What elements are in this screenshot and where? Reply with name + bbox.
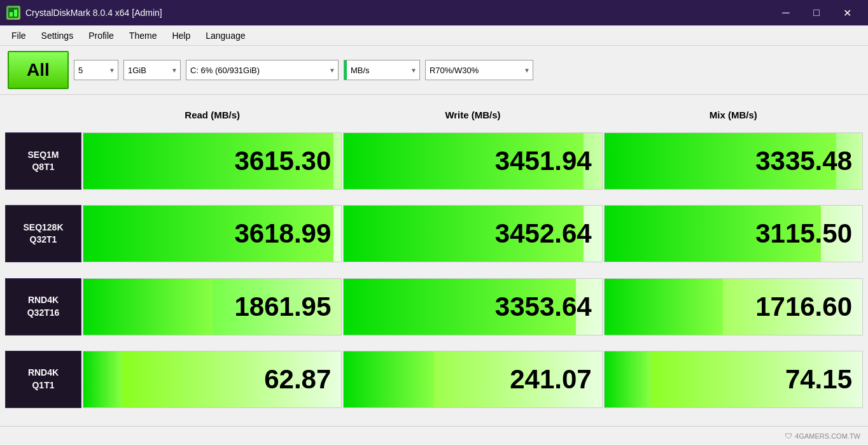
drive-select[interactable]: C: 6% (60/931GiB) [190,66,273,75]
row-label-1: SEQ128K Q32T1 [5,205,81,262]
rwmix-select[interactable]: R70%/W30% R50%/W50% R30%/W70% [430,66,492,75]
title-bar: CrystalDiskMark 8.0.4 x64 [Admin] ─ □ ✕ [0,0,868,25]
header-mix: Mix (MB/s) [604,99,863,131]
watermark-icon: 🛡 [785,432,792,441]
row-2-mix: 1716.60 [604,278,863,336]
row-label-2: RND4K Q32T16 [5,278,81,336]
row-label-0: SEQ1M Q8T1 [5,132,81,190]
row-0-write: 3451.94 [343,132,602,190]
svg-rect-1 [10,12,13,17]
window-title: CrystalDiskMark 8.0.4 x64 [Admin] [25,8,771,18]
status-bar: 🛡 4GAMERS.COM.TW [0,426,868,445]
unit-select[interactable]: MB/s GB/s IOPS μs [347,66,410,75]
count-select[interactable]: 5 1 3 9 [78,66,96,75]
benchmark-grid: Read (MB/s) Write (MB/s) Mix (MB/s) SEQ1… [5,99,863,422]
header-empty [5,99,81,131]
unit-dropdown[interactable]: MB/s GB/s IOPS μs ▼ [344,60,420,80]
row-2-read: 1861.95 [83,278,342,336]
menu-language[interactable]: Language [199,28,251,43]
row-1-mix: 3115.50 [604,205,863,262]
row-3-write: 241.07 [343,351,602,408]
app-icon [6,6,20,20]
svg-rect-2 [14,10,17,17]
row-2-write: 3353.64 [343,278,602,336]
all-button[interactable]: All [8,51,69,89]
menu-profile[interactable]: Profile [82,28,120,43]
row-3-mix: 74.15 [604,351,863,408]
menu-file[interactable]: File [5,28,32,43]
size-dropdown[interactable]: 1GiB 512MiB 2GiB 4GiB ▼ [123,60,181,80]
toolbar: All 5 1 3 9 ▼ 1GiB 512MiB 2GiB 4GiB ▼ C:… [0,46,868,95]
row-0-mix: 3335.48 [604,132,863,190]
main-window: CrystalDiskMark 8.0.4 x64 [Admin] ─ □ ✕ … [0,0,868,445]
row-0-read: 3615.30 [83,132,342,190]
row-3-read: 62.87 [83,351,342,408]
menu-settings[interactable]: Settings [35,28,80,43]
menu-bar: File Settings Profile Theme Help Languag… [0,25,868,46]
maximize-button[interactable]: □ [802,3,831,23]
window-controls: ─ □ ✕ [771,3,862,23]
drive-dropdown[interactable]: C: 6% (60/931GiB) ▼ [186,60,339,80]
rwmix-dropdown[interactable]: R70%/W30% R50%/W50% R30%/W70% ▼ [425,60,533,80]
header-read: Read (MB/s) [83,99,342,131]
row-1-write: 3452.64 [343,205,602,262]
menu-help[interactable]: Help [165,28,197,43]
row-label-3: RND4K Q1T1 [5,351,81,408]
watermark: 🛡 4GAMERS.COM.TW [785,432,860,441]
row-1-read: 3618.99 [83,205,342,262]
close-button[interactable]: ✕ [832,3,862,23]
size-select[interactable]: 1GiB 512MiB 2GiB 4GiB [128,66,169,75]
count-dropdown[interactable]: 5 1 3 9 ▼ [74,60,118,80]
header-write: Write (MB/s) [343,99,602,131]
menu-theme[interactable]: Theme [123,28,164,43]
benchmark-area: Read (MB/s) Write (MB/s) Mix (MB/s) SEQ1… [0,95,868,426]
watermark-text: 4GAMERS.COM.TW [795,432,860,440]
minimize-button[interactable]: ─ [771,3,801,23]
